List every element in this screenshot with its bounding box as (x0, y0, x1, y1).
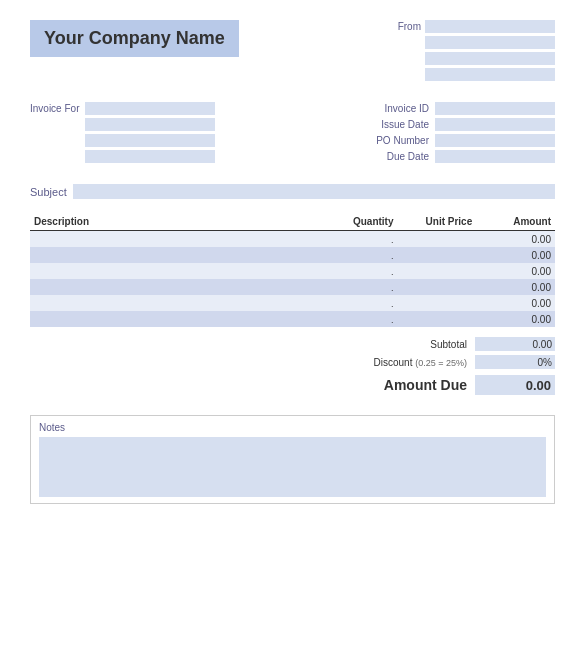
bill-fields (85, 102, 215, 163)
amount-cell: 0.00 (476, 263, 555, 279)
bill-section: Invoice For Invoice ID Issue Date PO Num… (30, 102, 555, 166)
amount-due-row: Amount Due 0.00 (30, 375, 555, 395)
due-date-field[interactable] (435, 150, 555, 163)
subtotal-value[interactable]: 0.00 (475, 337, 555, 351)
amount-cell: 0.00 (476, 311, 555, 327)
qty-cell[interactable]: . (329, 311, 397, 327)
subtotal-row: Subtotal 0.00 (30, 337, 555, 351)
price-cell[interactable] (398, 263, 477, 279)
amount-cell: 0.00 (476, 247, 555, 263)
col-quantity: Quantity (329, 213, 397, 231)
invoice-id-label: Invoice ID (385, 103, 429, 114)
table-row: . 0.00 (30, 279, 555, 295)
amount-cell: 0.00 (476, 295, 555, 311)
col-unit-price: Unit Price (398, 213, 477, 231)
discount-value[interactable]: 0% (475, 355, 555, 369)
due-date-label: Due Date (387, 151, 429, 162)
notes-section: Notes (30, 415, 555, 504)
price-cell[interactable] (398, 247, 477, 263)
issue-date-row: Issue Date (355, 118, 555, 131)
from-addr2-row (355, 52, 555, 65)
invoice-details: Invoice ID Issue Date PO Number Due Date (355, 102, 555, 166)
client-address1-field[interactable] (85, 118, 215, 131)
price-cell[interactable] (398, 295, 477, 311)
desc-cell[interactable] (30, 231, 329, 248)
qty-cell[interactable]: . (329, 279, 397, 295)
subject-section: Subject (30, 184, 555, 199)
invoice-id-field[interactable] (435, 102, 555, 115)
amount-cell: 0.00 (476, 231, 555, 248)
amount-due-label: Amount Due (384, 377, 467, 393)
price-cell[interactable] (398, 231, 477, 248)
due-date-row: Due Date (355, 150, 555, 163)
header-section: Your Company Name From (30, 20, 555, 84)
price-cell[interactable] (398, 279, 477, 295)
invoice-for-label: Invoice For (30, 103, 79, 114)
table-row: . 0.00 (30, 263, 555, 279)
table-row: . 0.00 (30, 231, 555, 248)
from-section: From (355, 20, 555, 84)
amount-due-value: 0.00 (475, 375, 555, 395)
company-name[interactable]: Your Company Name (30, 20, 239, 57)
discount-label: Discount (0.25 = 25%) (337, 357, 467, 368)
qty-cell[interactable]: . (329, 263, 397, 279)
from-name-field[interactable] (425, 20, 555, 33)
po-number-label: PO Number (376, 135, 429, 146)
qty-cell[interactable]: . (329, 247, 397, 263)
from-addr1-row (355, 36, 555, 49)
qty-cell[interactable]: . (329, 231, 397, 248)
desc-cell[interactable] (30, 263, 329, 279)
desc-cell[interactable] (30, 279, 329, 295)
desc-cell[interactable] (30, 247, 329, 263)
po-number-field[interactable] (435, 134, 555, 147)
price-cell[interactable] (398, 311, 477, 327)
subject-field[interactable] (73, 184, 555, 199)
desc-cell[interactable] (30, 311, 329, 327)
table-row: . 0.00 (30, 295, 555, 311)
table-row: . 0.00 (30, 311, 555, 327)
from-city-field[interactable] (425, 68, 555, 81)
totals-section: Subtotal 0.00 Discount (0.25 = 25%) 0% A… (30, 337, 555, 395)
issue-date-field[interactable] (435, 118, 555, 131)
from-city-row (355, 68, 555, 81)
items-table: Description Quantity Unit Price Amount .… (30, 213, 555, 327)
subtotal-label: Subtotal (337, 339, 467, 350)
client-address2-field[interactable] (85, 134, 215, 147)
qty-cell[interactable]: . (329, 295, 397, 311)
table-row: . 0.00 (30, 247, 555, 263)
from-address2-field[interactable] (425, 52, 555, 65)
from-address1-field[interactable] (425, 36, 555, 49)
invoice-container: Your Company Name From Invoice For (30, 20, 555, 504)
from-label: From (398, 21, 421, 32)
subject-label: Subject (30, 186, 67, 198)
col-description: Description (30, 213, 329, 231)
client-name-field[interactable] (85, 102, 215, 115)
po-number-row: PO Number (355, 134, 555, 147)
discount-row: Discount (0.25 = 25%) 0% (30, 355, 555, 369)
client-city-field[interactable] (85, 150, 215, 163)
col-amount: Amount (476, 213, 555, 231)
notes-label: Notes (39, 422, 546, 433)
issue-date-label: Issue Date (381, 119, 429, 130)
bill-to-left: Invoice For (30, 102, 215, 166)
invoice-id-row: Invoice ID (355, 102, 555, 115)
desc-cell[interactable] (30, 295, 329, 311)
amount-cell: 0.00 (476, 279, 555, 295)
notes-area[interactable] (39, 437, 546, 497)
from-name-row: From (355, 20, 555, 33)
